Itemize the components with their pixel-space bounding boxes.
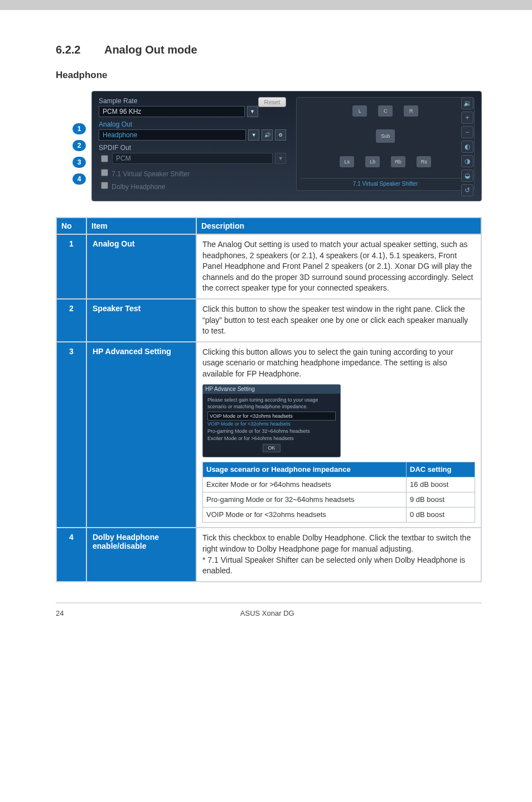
side-icon-column: 🔉 + − ◐ ◑ ◒ ↺ bbox=[461, 97, 473, 196]
analog-out-label: Analog Out bbox=[99, 120, 132, 128]
hp-advance-opt3[interactable]: Pro-gaming Mode or for 32~64ohms headset… bbox=[207, 428, 336, 435]
row4-no: 4 bbox=[56, 528, 86, 581]
hp-advance-line1: Please select gain tuning according to y… bbox=[207, 397, 336, 404]
speaker-lb[interactable]: Lb bbox=[365, 156, 380, 167]
mode-icon-1[interactable]: ◐ bbox=[461, 141, 473, 153]
app-screenshot: 🔉 + − ◐ ◑ ◒ ↺ Reset Sample Rate PCM 96 K… bbox=[91, 91, 482, 201]
screenshot-left-panel: Reset Sample Rate PCM 96 KHz ▼ Analog Ou… bbox=[99, 97, 286, 191]
hp-advance-opt4[interactable]: Exciter Mode or for >64ohms headsets bbox=[207, 435, 336, 442]
hp-advance-line2: scenario or matching headphone impedance… bbox=[207, 403, 336, 410]
speaker-c[interactable]: C bbox=[378, 105, 393, 117]
sample-rate-dropdown-icon[interactable]: ▼ bbox=[247, 106, 258, 117]
spdif-select[interactable]: PCM bbox=[112, 153, 273, 164]
callout-4: 4 bbox=[72, 173, 86, 185]
inner-th-scenario: Usage scenario or Headphone impedance bbox=[203, 462, 407, 477]
info-table: No Item Description 1 Analog Out The Ana… bbox=[56, 217, 482, 582]
hp-advance-opt-selected[interactable]: VOIP Mode or for <32ohms headsets bbox=[207, 421, 336, 428]
speaker-rs[interactable]: Rs bbox=[417, 156, 431, 167]
callout-2: 2 bbox=[72, 140, 86, 151]
spdif-label: SPDIF Out bbox=[99, 144, 286, 152]
mode-icon-4[interactable]: ↺ bbox=[461, 184, 473, 196]
row1-item: Analog Out bbox=[86, 234, 196, 299]
inner-r1-scenario: Exciter Mode or for >64ohms headsets bbox=[203, 477, 407, 492]
hp-advance-select[interactable]: VOIP Mode or for <32ohms headsets bbox=[207, 412, 336, 421]
minus-icon[interactable]: − bbox=[461, 126, 473, 138]
analog-out-dropdown-icon[interactable]: ▼ bbox=[248, 129, 259, 141]
spdif-dropdown-icon[interactable]: ▼ bbox=[275, 153, 286, 164]
inner-r2-dac: 9 dB boost bbox=[407, 492, 475, 508]
row3-desc-top: Clicking this button allows you to selec… bbox=[202, 347, 475, 380]
dac-setting-table: Usage scenario or Headphone impedance DA… bbox=[202, 462, 475, 523]
table-row: 4 Dolby Headphone enable/disable Tick th… bbox=[56, 528, 481, 581]
dolby-headphone-label: Dolby Headphone bbox=[112, 183, 165, 191]
vss-checkbox[interactable] bbox=[101, 169, 108, 176]
page-footer: 24 ASUS Xonar DG bbox=[56, 602, 482, 617]
speaker-ls[interactable]: Ls bbox=[340, 156, 354, 167]
page-number: 24 bbox=[56, 609, 64, 617]
hp-advance-dialog: HP Advance Setting Please select gain tu… bbox=[202, 384, 341, 457]
vss-label: 7.1 Virtual Speaker Shifter bbox=[112, 170, 190, 178]
th-item: Item bbox=[86, 218, 196, 234]
sample-rate-select[interactable]: PCM 96 KHz bbox=[99, 106, 245, 117]
subheading: Headphone bbox=[56, 70, 482, 81]
row4-desc: Tick this checkbox to enable Dolby Headp… bbox=[196, 528, 481, 581]
analog-out-select[interactable]: Headphone bbox=[99, 129, 246, 141]
row2-desc: Click this button to show the speaker te… bbox=[196, 299, 481, 342]
inner-r3-dac: 0 dB boost bbox=[407, 508, 475, 523]
dolby-checkbox[interactable] bbox=[101, 182, 108, 189]
section-number: 6.2.2 bbox=[56, 44, 80, 56]
product-name: ASUS Xonar DG bbox=[240, 609, 294, 617]
row3-desc: Clicking this button allows you to selec… bbox=[196, 342, 481, 528]
screenshot-area: 1 2 3 4 🔉 + − ◐ ◑ ◒ ↺ Reset Sample Rate … bbox=[72, 91, 482, 201]
row3-item: HP Advanced Setting bbox=[86, 342, 196, 528]
th-desc: Description bbox=[196, 218, 481, 234]
speaker-test-icon[interactable]: 🔊 bbox=[262, 129, 273, 141]
vss-footer-label: 7.1 Virtual Speaker Shifter bbox=[300, 178, 471, 187]
hp-advance-title: HP Advance Setting bbox=[203, 385, 340, 394]
inner-th-dac: DAC setting bbox=[407, 462, 475, 477]
row4-item: Dolby Headphone enable/disable bbox=[86, 528, 196, 581]
th-no: No bbox=[56, 218, 86, 234]
row3-no: 3 bbox=[56, 342, 86, 528]
table-row: 1 Analog Out The Analog Out setting is u… bbox=[56, 234, 481, 299]
volume-icon[interactable]: 🔉 bbox=[461, 97, 473, 109]
mode-icon-3[interactable]: ◒ bbox=[461, 170, 473, 182]
speaker-l[interactable]: L bbox=[352, 105, 367, 117]
speaker-test-pane: L C R Sub Ls Lb Rb Rs 7.1 Virtual Speake… bbox=[296, 97, 475, 191]
table-row: 3 HP Advanced Setting Clicking this butt… bbox=[56, 342, 481, 528]
inner-row: VOIP Mode or for <32ohms headsets 0 dB b… bbox=[203, 508, 475, 523]
spdif-checkbox[interactable] bbox=[101, 155, 108, 162]
table-row: 2 Speaker Test Click this button to show… bbox=[56, 299, 481, 342]
callout-column: 1 2 3 4 bbox=[72, 91, 91, 201]
section-heading: 6.2.2 Analog Out mode bbox=[56, 44, 482, 56]
inner-r3-scenario: VOIP Mode or for <32ohms headsets bbox=[203, 508, 407, 523]
inner-row: Pro-gaming Mode or for 32~64ohms headset… bbox=[203, 492, 475, 508]
page-body: 6.2.2 Analog Out mode Headphone 1 2 3 4 … bbox=[0, 10, 532, 640]
row1-no: 1 bbox=[56, 234, 86, 299]
inner-row: Exciter Mode or for >64ohms headsets 16 … bbox=[203, 477, 475, 492]
inner-r2-scenario: Pro-gaming Mode or for 32~64ohms headset… bbox=[203, 492, 407, 508]
section-title: Analog Out mode bbox=[104, 44, 197, 56]
plus-icon[interactable]: + bbox=[461, 112, 473, 124]
inner-r1-dac: 16 dB boost bbox=[407, 477, 475, 492]
hp-advance-ok-button[interactable]: OK bbox=[263, 444, 280, 452]
speaker-r[interactable]: R bbox=[404, 105, 418, 117]
speaker-sub[interactable]: Sub bbox=[376, 129, 395, 143]
speaker-rb[interactable]: Rb bbox=[391, 156, 405, 167]
row2-no: 2 bbox=[56, 299, 86, 342]
mode-icon-2[interactable]: ◑ bbox=[461, 155, 473, 167]
row1-desc: The Analog Out setting is used to match … bbox=[196, 234, 481, 299]
row2-item: Speaker Test bbox=[86, 299, 196, 342]
reset-button[interactable]: Reset bbox=[258, 97, 287, 107]
top-bar bbox=[0, 0, 532, 10]
hp-advanced-icon[interactable]: ⚙ bbox=[275, 129, 286, 141]
callout-1: 1 bbox=[72, 123, 86, 134]
callout-3: 3 bbox=[72, 157, 86, 168]
